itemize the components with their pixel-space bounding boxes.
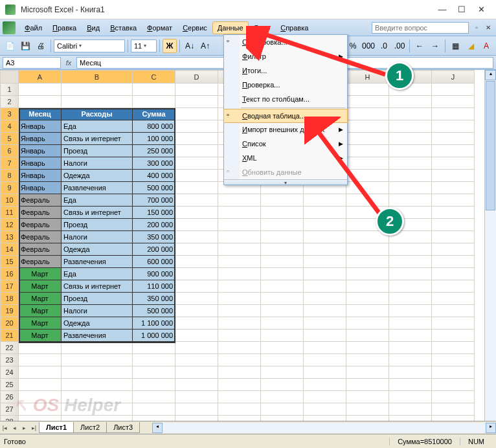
fontsize-select[interactable]: 11▾ [131, 39, 157, 52]
cell[interactable] [261, 342, 304, 354]
cell[interactable] [346, 182, 389, 194]
cell[interactable] [346, 157, 389, 170]
cell-expense[interactable]: Связь и интернет [62, 207, 133, 219]
cell[interactable] [346, 108, 389, 120]
fill-color-button[interactable]: ◢ [464, 39, 478, 53]
cell[interactable] [389, 379, 432, 391]
cell[interactable] [304, 207, 346, 219]
menu-item-xml[interactable]: XML▶ [224, 151, 347, 165]
row-header-3[interactable]: 3 [1, 108, 19, 120]
row-header-11[interactable]: 11 [1, 207, 19, 219]
cell[interactable] [304, 317, 346, 330]
cell[interactable] [346, 342, 389, 354]
cell[interactable] [175, 305, 218, 317]
cell[interactable] [346, 403, 389, 416]
cell-sum[interactable]: 150 000 [133, 207, 175, 219]
cell[interactable] [62, 403, 133, 416]
cell[interactable] [175, 403, 218, 416]
cell[interactable] [175, 145, 218, 157]
cell[interactable] [389, 330, 432, 342]
app-logo-icon[interactable] [3, 21, 16, 34]
percent-button[interactable]: % [346, 39, 360, 53]
menu-item--[interactable]: Список▶ [224, 137, 347, 151]
cell-expense[interactable]: Еда [62, 268, 133, 280]
cell[interactable] [62, 84, 133, 96]
cell[interactable] [218, 354, 261, 366]
indent-dec-button[interactable]: ← [412, 39, 427, 53]
cell[interactable] [218, 330, 261, 342]
cell[interactable] [346, 280, 389, 293]
row-header-24[interactable]: 24 [1, 366, 19, 379]
vertical-scrollbar[interactable]: ▴ [484, 70, 496, 421]
cell[interactable] [304, 330, 346, 342]
cell[interactable] [261, 219, 304, 231]
cell[interactable] [432, 342, 475, 354]
cell[interactable] [175, 366, 218, 379]
cell-sum[interactable]: 110 000 [133, 280, 175, 293]
cell[interactable] [389, 366, 432, 379]
cell[interactable] [175, 354, 218, 366]
cell-month[interactable]: Март [19, 330, 62, 342]
cell[interactable] [218, 317, 261, 330]
cell[interactable] [346, 120, 389, 133]
cell[interactable] [133, 403, 175, 416]
cell-month[interactable]: Февраль [19, 219, 62, 231]
cell[interactable] [389, 108, 432, 120]
cell[interactable] [19, 391, 62, 403]
horizontal-scrollbar[interactable]: ◂▸ [152, 423, 496, 433]
cell-month[interactable]: Январь [19, 133, 62, 145]
cell[interactable] [389, 391, 432, 403]
cell-month[interactable]: Февраль [19, 207, 62, 219]
cell[interactable] [389, 268, 432, 280]
cell[interactable] [432, 305, 475, 317]
cell[interactable] [218, 207, 261, 219]
cell[interactable] [346, 84, 389, 96]
cell[interactable] [389, 182, 432, 194]
cell[interactable] [261, 194, 304, 207]
cell[interactable] [133, 366, 175, 379]
cell-expense[interactable]: Одежда [62, 243, 133, 256]
cell-month[interactable]: Март [19, 305, 62, 317]
dec-inc-button[interactable]: .0 [377, 39, 391, 53]
new-button[interactable]: 📄 [3, 39, 17, 53]
cell-sum[interactable]: 300 000 [133, 157, 175, 170]
cell[interactable] [432, 256, 475, 268]
bold-button[interactable]: Ж [163, 39, 177, 53]
close-button[interactable]: ✕ [471, 2, 491, 17]
cell[interactable] [304, 366, 346, 379]
cell[interactable] [218, 293, 261, 305]
cell[interactable] [432, 403, 475, 416]
row-header-9[interactable]: 9 [1, 182, 19, 194]
menu-item--[interactable]: Текст по столбцам... [224, 92, 347, 106]
save-button[interactable]: 💾 [18, 39, 32, 53]
cell[interactable] [389, 133, 432, 145]
print-button[interactable]: 🖨 [34, 39, 48, 53]
cell[interactable] [432, 268, 475, 280]
cell[interactable] [432, 157, 475, 170]
cell[interactable] [62, 96, 133, 108]
row-header-4[interactable]: 4 [1, 120, 19, 133]
cell[interactable] [218, 194, 261, 207]
cell[interactable] [19, 84, 62, 96]
cell[interactable] [346, 170, 389, 182]
cell[interactable] [175, 293, 218, 305]
cell-month[interactable]: Январь [19, 170, 62, 182]
cell[interactable] [389, 120, 432, 133]
cell[interactable] [304, 256, 346, 268]
cell[interactable] [133, 342, 175, 354]
cell[interactable] [261, 317, 304, 330]
cell[interactable] [389, 96, 432, 108]
row-header-19[interactable]: 19 [1, 305, 19, 317]
cell[interactable] [218, 366, 261, 379]
cell[interactable] [346, 305, 389, 317]
cell-expense[interactable]: Еда [62, 120, 133, 133]
col-header-C[interactable]: C [133, 71, 175, 84]
close-doc-button[interactable]: ✕ [483, 23, 493, 33]
cell[interactable] [175, 194, 218, 207]
cell[interactable] [175, 280, 218, 293]
cell[interactable] [261, 256, 304, 268]
row-header-12[interactable]: 12 [1, 219, 19, 231]
cell[interactable] [19, 96, 62, 108]
cell[interactable] [432, 182, 475, 194]
row-header-2[interactable]: 2 [1, 96, 19, 108]
